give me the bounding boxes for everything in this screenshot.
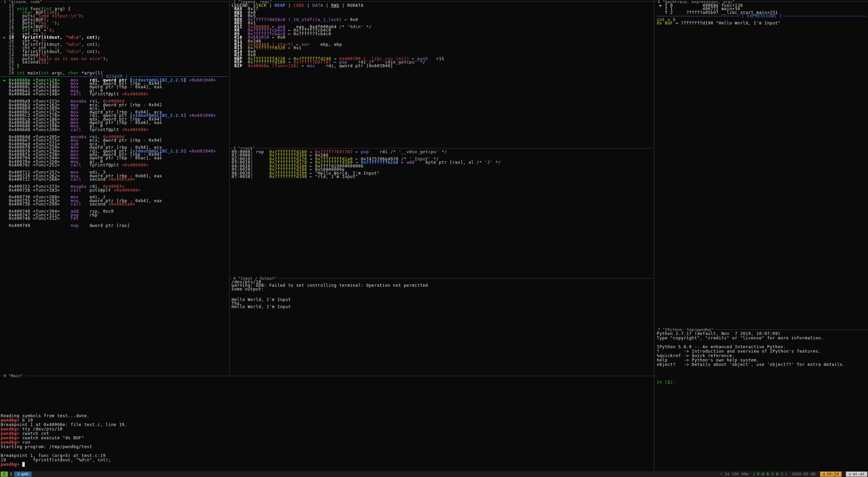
text-segment: 0 <box>49 28 52 33</box>
text-segment: 0x400749 <box>1 223 71 228</box>
clock-icon: ◷ <box>823 472 825 476</box>
pane-border-right-column[interactable] <box>654 0 654 471</box>
text-segment: | RODATA <box>339 3 363 8</box>
window-tab-gdb[interactable]: ❯ gdb <box>14 472 32 477</box>
terminal-line <box>1 392 653 396</box>
text-segment: rdi, qword ptr [0x601040] <box>315 64 393 68</box>
pane-border-main[interactable] <box>0 376 654 376</box>
window-index[interactable]: 1 <box>8 472 14 477</box>
terminal-line <box>232 295 653 298</box>
terminal-line <box>1 409 653 414</box>
load-open-icon: ❮ <box>753 472 755 476</box>
text-segment: xor <box>302 42 310 47</box>
pane-main[interactable]: Reading symbols from test...done.pwndbg>… <box>1 378 653 470</box>
text-segment: ); <box>79 14 84 18</box>
text-segment: ← 0x1 <box>286 46 302 50</box>
text-segment: ← "rld, I'm Input" <box>307 174 358 179</box>
text-segment: , cnt); <box>82 49 100 54</box>
text-segment: RWX <box>331 3 339 8</box>
text-segment: /* 'J' */ <box>476 160 501 165</box>
pane-border-left-column[interactable] <box>229 0 230 376</box>
window-sep-icon: ❯ <box>17 472 20 476</box>
pane-backtrace[interactable]: ► f 0 40068e func+126 f 1 400772 main+34… <box>657 4 867 328</box>
text-segment: "%d\n" <box>65 35 82 40</box>
terminal-line: Type "copyright", "credits" or "license"… <box>657 336 867 340</box>
text-segment: mov <box>307 64 315 68</box>
terminal-line <box>657 376 867 380</box>
terminal-line: R9 0x7ffff7fcb4c0 ← 0x7ffff7fcb4c0 <box>232 32 653 36</box>
text-segment: second <box>82 202 108 207</box>
text-segment: Reading symbols from test...done. <box>1 413 90 418</box>
pane-disasm-code[interactable]: 10 11 void func(int arg) { 12 char BUF[1… <box>1 4 228 375</box>
terminal-line: ds BUF = 7fffffffd190 "Hello World, I'm … <box>657 21 867 25</box>
text-segment: %quickref -> Quick reference. <box>657 353 735 358</box>
pane-stack[interactable]: 00:0000│ rsp 0x7fffffffd160 → 0x7ffff7b9… <box>232 150 653 277</box>
terminal-line: Hello World, I'm Input <box>232 305 653 308</box>
text-segment: pwndbg> <box>1 431 22 436</box>
text-segment: <0x400490> <box>122 127 149 132</box>
text-segment: pwndbg> <box>1 436 22 440</box>
text-segment: pop <box>361 149 369 154</box>
text-segment: 0x4006a4 <func+148> <box>1 92 71 96</box>
terminal-line: Starting program: /tmp/pwndbg/test <box>1 445 653 449</box>
text-segment: 0x4006d8 <func+200> <box>1 127 71 132</box>
text-segment: /* '%d\n' */ <box>339 24 372 29</box>
tmux-status-bar: 2 1 ❯ gdb ↑ 1d 23h 49m ❮ 0.0 0.1 0.1 ❯ 2… <box>0 471 868 477</box>
terminal-line: 0x4006a4 <func+148> call fprintf@plt <0x… <box>1 92 228 96</box>
date-text: 2020-03-06 <box>792 472 815 476</box>
text-segment: 07:0038 <box>232 174 250 179</box>
text-segment: RIP <box>232 64 245 68</box>
text-segment: ← 0x0 <box>269 35 286 40</box>
text-segment: 0x40070c <func+252> <box>1 163 71 167</box>
text-segment: ] <box>184 149 189 154</box>
text-segment: b 19 <box>22 418 33 423</box>
text-segment: ); <box>55 21 60 25</box>
load-close-icon: ❯ <box>785 472 787 476</box>
text-segment: <0x601040> <box>189 78 216 83</box>
text-segment: , cnt); <box>82 35 100 40</box>
clock-badge: ◷ 10:24 <box>820 472 842 477</box>
terminal-line: In [1]: <box>657 380 867 385</box>
text-segment: Some output: <box>232 287 264 292</box>
section-divider-label: [ EXPRESSIONS ] <box>740 14 784 18</box>
text-segment: 0x400748 <func+312> <box>1 216 71 221</box>
pane-border-io[interactable] <box>230 278 654 279</box>
text-segment: Python 2.7.17 (default, Nov 7 2019, 10:0… <box>657 331 781 336</box>
pane-border-stack[interactable] <box>230 148 654 148</box>
text-segment: pwndbg> <box>1 462 22 467</box>
text-segment: object? -> Details about 'object', use '… <box>657 362 845 367</box>
text-segment: <0x601040> <box>189 149 216 154</box>
text-segment: 0x7fffffffd198 <box>269 174 307 179</box>
text-segment: fprintf@plt <box>82 127 122 132</box>
pane-io[interactable]: /dev/pts/10warning: GDB: Failed to set c… <box>232 280 653 375</box>
text-segment: pwndbg> <box>1 418 22 423</box>
text-segment: call <box>71 92 82 96</box>
terminal-line <box>1 378 653 383</box>
text-segment: ]: <box>670 380 676 385</box>
text-segment: In [ <box>657 380 668 385</box>
text-segment: second <box>82 177 108 182</box>
host-icon: ⌂ <box>849 472 851 476</box>
text-segment: | <box>304 3 312 8</box>
text-segment: ← 0x7ffff7fcb4c0 <box>286 32 331 36</box>
text-segment: "%d\n" <box>65 49 82 54</box>
session-badge[interactable]: 2 <box>1 472 8 477</box>
window-name: gdb <box>21 472 29 476</box>
terminal-line: 0x400749 nop dword ptr [rax] <box>1 224 228 227</box>
hostname-text: at-at <box>853 472 865 476</box>
terminal-line <box>232 291 653 294</box>
text-segment: 0x40071c <func+268> <box>1 177 71 182</box>
text-segment: add <box>406 160 415 165</box>
load-values: 0.0 0.1 0.1 <box>757 472 783 476</box>
text-segment: Type "copyright", "credits" or "license"… <box>657 336 824 340</box>
pane-border-top[interactable] <box>0 1 868 2</box>
pane-ipython[interactable]: Python 2.7.17 (default, Nov 7 2019, 10:0… <box>657 332 867 470</box>
text-segment: cwatch cnt <box>22 431 49 436</box>
text-segment: call <box>71 177 82 182</box>
text-segment: HEAP <box>275 3 286 8</box>
pane-regs[interactable]: LEGEND: STACK | HEAP | CODE | DATA | RWX… <box>232 4 653 146</box>
text-segment: IPython 5.8.0 -- An enhanced Interactive… <box>657 344 786 349</box>
terminal-line: pwndbg> tty /dev/pts/10 <box>1 427 653 431</box>
text-segment: ← <box>299 64 307 68</box>
terminal-line <box>1 383 653 387</box>
